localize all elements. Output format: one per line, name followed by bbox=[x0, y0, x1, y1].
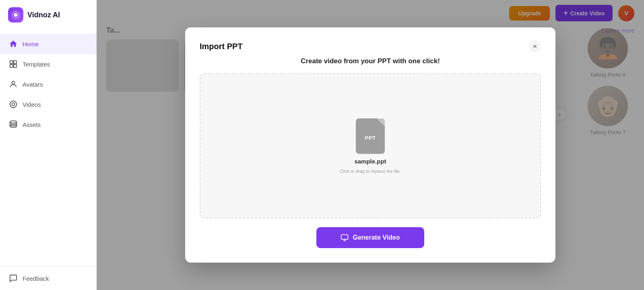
svg-point-0 bbox=[14, 13, 17, 17]
sidebar-item-templates[interactable]: Templates bbox=[0, 54, 97, 74]
main-content: Upgrade + Create Video V Ta... Explore m… bbox=[97, 0, 644, 290]
videos-icon bbox=[9, 100, 18, 109]
sidebar-item-assets[interactable]: Assets bbox=[0, 114, 97, 135]
svg-rect-1 bbox=[10, 61, 13, 64]
modal-header: Import PPT bbox=[200, 40, 541, 52]
sidebar-item-videos-label: Videos bbox=[23, 101, 41, 108]
templates-icon bbox=[9, 60, 18, 68]
sidebar-item-assets-label: Assets bbox=[23, 121, 41, 128]
import-ppt-modal: Import PPT Create video from your PPT wi… bbox=[185, 27, 555, 263]
ppt-file-icon: PPT bbox=[356, 118, 385, 154]
sidebar-item-home[interactable]: Home bbox=[0, 34, 97, 54]
svg-point-5 bbox=[12, 81, 14, 84]
ppt-icon-label: PPT bbox=[365, 135, 376, 141]
file-name: sample.ppt bbox=[354, 158, 386, 165]
sidebar-nav: Home Templates Avatars bbox=[0, 30, 97, 266]
modal-close-button[interactable] bbox=[529, 40, 541, 52]
svg-point-6 bbox=[10, 101, 17, 108]
feedback-label: Feedback bbox=[23, 275, 49, 282]
generate-btn-wrap: Generate Video bbox=[200, 227, 541, 248]
feedback-icon bbox=[9, 274, 18, 283]
modal-subtitle: Create video from your PPT with one clic… bbox=[200, 57, 541, 65]
svg-point-8 bbox=[10, 121, 17, 123]
sidebar-item-home-label: Home bbox=[23, 41, 39, 48]
file-drop-zone[interactable]: PPT sample.ppt Click or drag to replace … bbox=[200, 73, 541, 218]
avatars-icon bbox=[9, 80, 18, 89]
logo-icon bbox=[8, 7, 23, 23]
svg-point-7 bbox=[12, 103, 14, 106]
logo[interactable]: Vidnoz AI bbox=[0, 0, 97, 30]
feedback-button[interactable]: Feedback bbox=[0, 266, 97, 290]
svg-rect-11 bbox=[341, 235, 348, 240]
generate-icon bbox=[341, 234, 349, 242]
svg-rect-3 bbox=[10, 64, 13, 67]
assets-icon bbox=[9, 120, 18, 129]
logo-text: Vidnoz AI bbox=[27, 11, 60, 19]
svg-rect-4 bbox=[14, 64, 17, 67]
sidebar-item-templates-label: Templates bbox=[23, 61, 50, 68]
sidebar: Vidnoz AI Home Templates Avata bbox=[0, 0, 97, 290]
sidebar-item-avatars-label: Avatars bbox=[23, 81, 43, 88]
modal-title: Import PPT bbox=[200, 42, 243, 51]
generate-video-button[interactable]: Generate Video bbox=[316, 227, 424, 248]
sidebar-item-avatars[interactable]: Avatars bbox=[0, 74, 97, 94]
replace-hint: Click or drag to replace the file. bbox=[340, 169, 401, 174]
svg-rect-2 bbox=[14, 61, 17, 64]
sidebar-item-videos[interactable]: Videos bbox=[0, 94, 97, 114]
home-icon bbox=[9, 39, 18, 48]
